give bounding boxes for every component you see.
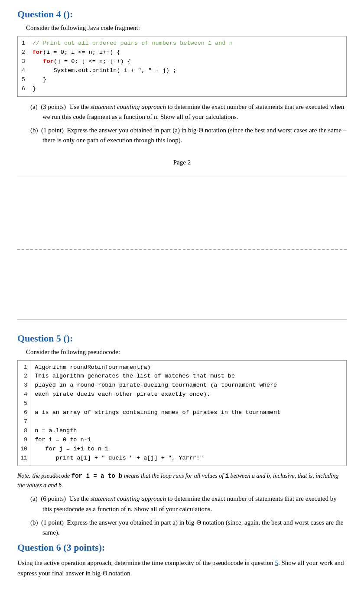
q5-code-line-11: print a[i] + " duels " + a[j] + ", Yarrr… bbox=[35, 454, 342, 463]
question4-code-block: 1 2 3 4 5 6 // Print out all ordered pai… bbox=[17, 36, 347, 97]
dashed-divider bbox=[17, 249, 347, 250]
question4-intro: Consider the following Java code fragmen… bbox=[26, 24, 347, 32]
q5-code-line-3: played in a round-robin pirate-dueling t… bbox=[35, 381, 342, 390]
blank-space-1 bbox=[17, 180, 347, 232]
code-line-6: } bbox=[32, 85, 342, 94]
code-line-1: // Print out all ordered pairs of number… bbox=[32, 39, 342, 48]
question4-section: Question 4 (): Consider the following Ja… bbox=[17, 9, 347, 320]
q5-code-line-2: This algorithm generates the list of mat… bbox=[35, 372, 342, 381]
q5-part-a-label: (a) (6 points) Use the statement countin… bbox=[30, 495, 337, 512]
question5-code-content: Algorithm roundRobinTournament(a) This a… bbox=[30, 361, 346, 466]
question4-code-content: // Print out all ordered pairs of number… bbox=[28, 36, 346, 96]
top-divider bbox=[17, 175, 347, 175]
code-line-4: System.out.println( i + ", " + j) ; bbox=[32, 66, 342, 76]
q5-code-line-1: Algorithm roundRobinTournament(a) bbox=[35, 363, 342, 372]
q5-code-line-7 bbox=[35, 417, 342, 427]
question5-parts: (a) (6 points) Use the statement countin… bbox=[30, 494, 347, 538]
question5-section: Question 5 (): Consider the following ps… bbox=[17, 333, 347, 538]
question4-part-b: (b) (1 point) Express the answer you obt… bbox=[30, 125, 347, 146]
q5-code-line-10: for j = i+1 to n-1 bbox=[35, 445, 342, 454]
bottom-divider bbox=[17, 319, 347, 320]
question4-line-numbers: 1 2 3 4 5 6 bbox=[18, 36, 28, 96]
question6-section: Question 6 (3 points): Using the active … bbox=[17, 542, 347, 578]
question4-title: Question 4 (): bbox=[17, 9, 347, 20]
code-line-2: for(i = 0; i <= n; i++) { bbox=[32, 48, 342, 57]
question5-part-a: (a) (6 points) Use the statement countin… bbox=[30, 494, 347, 514]
q5-code-line-4: each pirate duels each other pirate exac… bbox=[35, 390, 342, 399]
question5-title: Question 5 (): bbox=[17, 333, 347, 344]
q5-code-line-8: n = a.length bbox=[35, 427, 342, 436]
question5-code-block: 1 2 3 4 5 6 7 8 9 10 11 Algorithm roundR… bbox=[17, 360, 347, 466]
question5-part-b: (b) (1 point) Express the answer you obt… bbox=[30, 518, 347, 538]
question4-part-a: (a) (3 points) Use the statement countin… bbox=[30, 102, 347, 122]
code-line-5: } bbox=[32, 76, 342, 85]
question6-title: Question 6 (3 points): bbox=[17, 542, 347, 553]
q5-code-line-9: for i = 0 to n-1 bbox=[35, 436, 342, 445]
question5-note: Note: the pseudocode for i = a to b mean… bbox=[17, 471, 347, 491]
code-line-3: for(j = 0; j <= n; j++) { bbox=[32, 57, 342, 66]
page-number: Page 2 bbox=[17, 159, 347, 166]
blank-space-2 bbox=[17, 272, 347, 315]
question6-body: Using the active operation approach, det… bbox=[17, 558, 347, 578]
question5-intro: Consider the following pseudocode: bbox=[26, 348, 347, 356]
q5-part-b-label: (b) (1 point) Express the answer you obt… bbox=[30, 519, 343, 536]
q5-code-line-5 bbox=[35, 399, 342, 408]
q5-code-line-6: a is an array of strings containing name… bbox=[35, 408, 342, 417]
question4-parts: (a) (3 points) Use the statement countin… bbox=[30, 102, 347, 146]
part-a-label: (a) (3 points) Use the statement countin… bbox=[30, 103, 344, 120]
question5-line-numbers: 1 2 3 4 5 6 7 8 9 10 11 bbox=[18, 361, 30, 466]
part-b-label: (b) (1 point) Express the answer you obt… bbox=[30, 127, 346, 144]
